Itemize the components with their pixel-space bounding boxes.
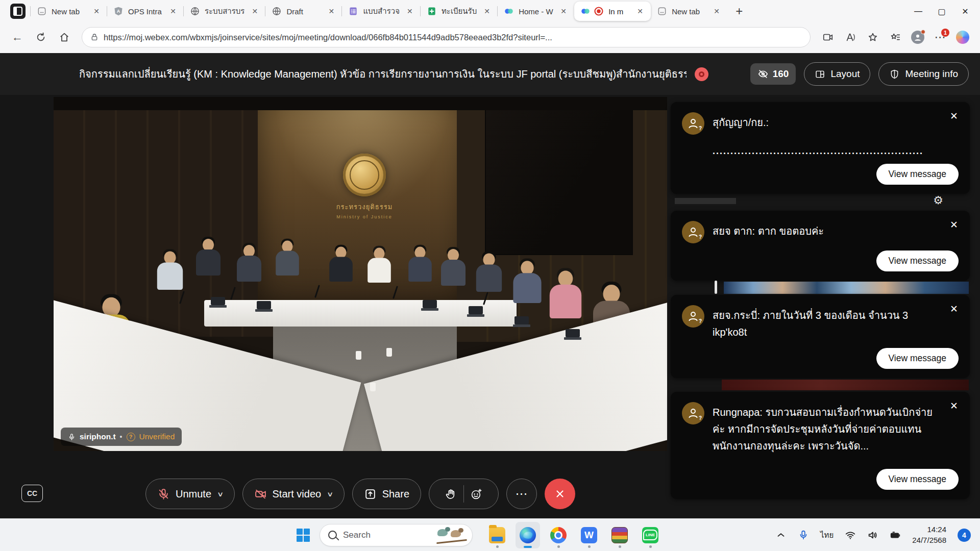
close-icon[interactable]: ✕ <box>947 399 961 412</box>
browser-tab-2[interactable]: ระบบสารบร✕ <box>184 2 265 21</box>
close-icon <box>554 488 566 499</box>
ministry-emblem <box>343 154 386 196</box>
close-icon[interactable]: ✕ <box>947 302 961 315</box>
volume-icon[interactable] <box>867 530 878 541</box>
winrar-icon <box>611 527 628 543</box>
taskbar-app-winrar[interactable] <box>607 522 632 548</box>
leave-meeting-button[interactable] <box>545 479 575 509</box>
video-fragment <box>671 378 970 392</box>
view-message-button[interactable]: View message <box>876 164 959 185</box>
settings-badge: 1 <box>941 29 949 37</box>
share-button[interactable]: Share <box>352 479 421 509</box>
view-message-button[interactable]: View message <box>876 469 959 490</box>
edge-icon <box>520 527 536 543</box>
view-message-button[interactable]: View message <box>876 348 959 369</box>
start-video-button[interactable]: Start video ∨ <box>242 479 345 509</box>
maximize-button[interactable]: ▢ <box>930 2 953 21</box>
close-icon[interactable]: ✕ <box>947 109 961 122</box>
chat-notification-card-1: ✕?สยจ ตาก: ตาก ขอตอบค่ะView message <box>671 211 970 281</box>
favorites-hub-icon[interactable] <box>885 27 905 47</box>
settings-more-icon[interactable]: ⋯ 1 <box>930 27 950 47</box>
taskbar-clock[interactable]: 14:24 24/7/2568 <box>912 524 946 545</box>
chat-avatar-icon: ? <box>682 402 704 424</box>
browser-tab-0[interactable]: New tab✕ <box>31 2 107 21</box>
favorite-star-icon[interactable] <box>863 27 883 47</box>
copilot-icon[interactable] <box>952 27 973 47</box>
battery-icon[interactable] <box>890 530 901 541</box>
chevron-down-icon[interactable]: ∨ <box>327 490 333 498</box>
tab-close-icon[interactable]: ✕ <box>91 6 102 17</box>
wifi-icon[interactable] <box>845 530 856 541</box>
participant-figure <box>511 257 544 303</box>
tab-close-icon[interactable]: ✕ <box>558 6 569 17</box>
tab-close-icon[interactable]: ✕ <box>481 6 493 17</box>
screen: New tab✕AOPS Intra✕ระบบสารบร✕Draft✕แบบสำ… <box>0 0 980 551</box>
minimize-button[interactable]: — <box>906 2 930 21</box>
browser-tab-3[interactable]: Draft✕ <box>265 2 342 21</box>
layout-button[interactable]: Layout <box>804 62 870 86</box>
tab-close-icon[interactable]: ✕ <box>404 6 415 17</box>
svg-text:A: A <box>117 9 120 14</box>
recording-icon <box>695 67 708 81</box>
unverified-label: Unverified <box>139 432 175 441</box>
meeting-info-button[interactable]: Meeting info <box>878 62 969 86</box>
browser-tab-4[interactable]: แบบสำรวจ✕ <box>342 2 421 21</box>
browser-tab-1[interactable]: AOPS Intra✕ <box>107 2 184 21</box>
media-control-icon[interactable] <box>818 27 838 47</box>
browser-tab-8[interactable]: New tab✕ <box>651 2 727 21</box>
chevron-down-icon[interactable]: ∨ <box>217 490 224 498</box>
tray-mic-icon[interactable] <box>798 530 809 541</box>
browser-tab-5[interactable]: ทะเบียนรับ✕ <box>421 2 498 21</box>
start-button[interactable] <box>292 524 314 546</box>
new-tab-button[interactable]: + <box>730 3 748 20</box>
emblem-text: กระทรวงยุติธรรม Ministry of Justice <box>303 202 426 219</box>
unmute-button[interactable]: Unmute ∨ <box>145 479 235 509</box>
tab-close-icon[interactable]: ✕ <box>249 6 260 17</box>
taskbar-app-word[interactable]: W <box>577 522 601 548</box>
profile-avatar[interactable] <box>908 27 928 47</box>
close-icon[interactable]: ✕ <box>947 218 961 231</box>
participant-figure <box>235 242 263 282</box>
mic-icon <box>68 433 76 441</box>
browser-tab-7[interactable]: In m✕ <box>574 2 651 21</box>
tab-close-icon[interactable]: ✕ <box>634 6 646 17</box>
laptop-figure <box>513 316 530 328</box>
view-message-button[interactable]: View message <box>876 251 959 271</box>
eye-off-icon <box>757 68 769 80</box>
closed-captions-button[interactable]: CC <box>21 485 43 502</box>
tab-close-icon[interactable]: ✕ <box>167 6 179 17</box>
read-aloud-icon[interactable] <box>840 27 861 47</box>
laptop-figure <box>467 306 484 317</box>
unverified-icon: ? <box>127 433 135 441</box>
participants-count[interactable]: 160 <box>750 63 796 85</box>
language-indicator[interactable]: ไทย <box>820 529 834 541</box>
address-bar[interactable]: https://moj.webex.com/wbxmjs/joinservice… <box>82 27 811 47</box>
browser-chrome: New tab✕AOPS Intra✕ระบบสารบร✕Draft✕แบบสำ… <box>0 0 980 53</box>
tab-label: OPS Intra <box>128 7 163 16</box>
chat-message-dots: ........................................… <box>713 146 959 157</box>
tab-close-icon[interactable]: ✕ <box>326 6 337 17</box>
notification-count-badge[interactable]: 4 <box>958 529 971 542</box>
participant-figure <box>406 244 433 282</box>
back-button[interactable]: ← <box>7 27 28 47</box>
meeting-video: กระทรวงยุติธรรม Ministry of Justice siri… <box>54 97 667 451</box>
participant-figure <box>439 246 468 286</box>
more-options-button[interactable]: ⋯ <box>506 479 537 509</box>
refresh-button[interactable] <box>31 27 51 47</box>
raise-hand-icon[interactable] <box>438 485 463 503</box>
home-button[interactable] <box>54 27 75 47</box>
taskbar-app-chrome[interactable] <box>546 522 571 548</box>
tray-chevron-icon[interactable] <box>775 530 787 541</box>
tab-strip: New tab✕AOPS Intra✕ระบบสารบร✕Draft✕แบบสำ… <box>0 0 980 22</box>
tab-close-icon[interactable]: ✕ <box>711 6 722 17</box>
chat-notification-panel: ✕?สุกัญญา/กย.:..........................… <box>671 102 970 499</box>
reactions-smiley-icon[interactable] <box>463 485 489 503</box>
taskbar-search[interactable]: Search <box>320 524 473 546</box>
taskbar-app-file-explorer[interactable] <box>485 522 509 548</box>
taskbar-app-line[interactable] <box>638 522 663 548</box>
close-button[interactable]: ✕ <box>953 2 977 21</box>
browser-tab-6[interactable]: Home - W✕ <box>498 2 574 21</box>
tab-actions-icon[interactable] <box>10 4 26 19</box>
participant-figure <box>155 248 185 290</box>
taskbar-app-edge[interactable] <box>516 522 540 548</box>
